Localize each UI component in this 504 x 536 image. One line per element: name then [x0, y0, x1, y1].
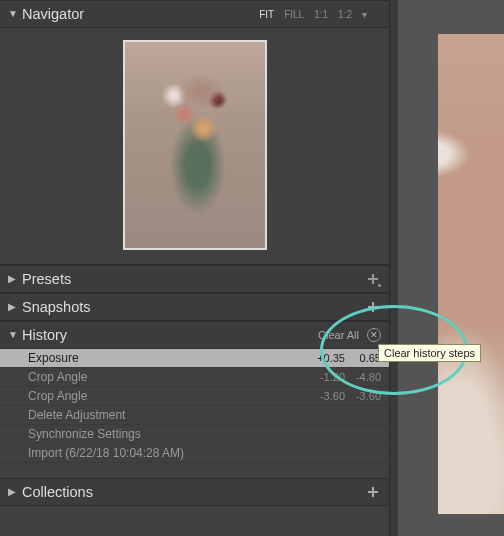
disclosure-triangle-icon: ▼	[8, 329, 22, 340]
history-value: -1.20	[315, 371, 345, 383]
presets-header[interactable]: ▶ Presets	[0, 265, 389, 293]
add-collection-icon[interactable]	[365, 484, 381, 500]
snapshots-header[interactable]: ▶ Snapshots	[0, 293, 389, 321]
collections-header[interactable]: ▶ Collections	[0, 478, 389, 506]
disclosure-triangle-icon: ▶	[8, 273, 22, 284]
zoom-menu-icon[interactable]: ▾	[362, 9, 367, 20]
navigator-title: Navigator	[22, 6, 259, 22]
history-row[interactable]: Crop Angle -1.20 -4.80	[0, 368, 389, 387]
disclosure-triangle-icon: ▶	[8, 486, 22, 497]
zoom-fit[interactable]: FIT	[259, 9, 274, 20]
history-title: History	[22, 327, 318, 343]
zoom-1-1[interactable]: 1:1	[314, 9, 328, 20]
history-value: +0.35	[315, 352, 345, 364]
history-value: -3.60	[351, 390, 381, 402]
history-row[interactable]: Crop Angle -3.60 -3.60	[0, 387, 389, 406]
navigator-header[interactable]: ▼ Navigator FIT FILL 1:1 1:2 ▾	[0, 0, 389, 28]
history-step-name: Exposure	[28, 351, 303, 365]
history-row[interactable]: Delete Adjustment	[0, 406, 389, 425]
history-list: Exposure +0.35 0.65 Crop Angle -1.20 -4.…	[0, 349, 389, 463]
history-step-name: Delete Adjustment	[28, 408, 303, 422]
navigator-body	[0, 28, 389, 265]
zoom-fill[interactable]: FILL	[284, 9, 304, 20]
presets-title: Presets	[22, 271, 365, 287]
add-preset-icon[interactable]	[365, 271, 381, 287]
preview-area	[398, 0, 504, 536]
history-header[interactable]: ▼ History Clear All ✕	[0, 321, 389, 349]
zoom-1-2[interactable]: 1:2	[338, 9, 352, 20]
history-step-name: Synchronize Settings	[28, 427, 303, 441]
clear-icon[interactable]: ✕	[367, 328, 381, 342]
disclosure-triangle-icon: ▼	[8, 8, 22, 19]
disclosure-triangle-icon: ▶	[8, 301, 22, 312]
history-step-name: Crop Angle	[28, 389, 303, 403]
history-value: -3.60	[315, 390, 345, 402]
collections-title: Collections	[22, 484, 365, 500]
history-row[interactable]: Synchronize Settings	[0, 425, 389, 444]
clear-all-button[interactable]: Clear All	[318, 329, 359, 341]
history-value: -4.80	[351, 371, 381, 383]
history-value: 0.65	[351, 352, 381, 364]
history-row[interactable]: Import (6/22/18 10:04:28 AM)	[0, 444, 389, 463]
snapshots-title: Snapshots	[22, 299, 365, 315]
history-step-name: Crop Angle	[28, 370, 303, 384]
add-snapshot-icon[interactable]	[365, 299, 381, 315]
zoom-options: FIT FILL 1:1 1:2 ▾	[259, 9, 381, 20]
preview-image[interactable]	[438, 34, 504, 514]
navigator-thumbnail[interactable]	[123, 40, 267, 250]
tooltip: Clear history steps	[378, 344, 481, 362]
history-step-name: Import (6/22/18 10:04:28 AM)	[28, 446, 303, 460]
history-row[interactable]: Exposure +0.35 0.65	[0, 349, 389, 368]
